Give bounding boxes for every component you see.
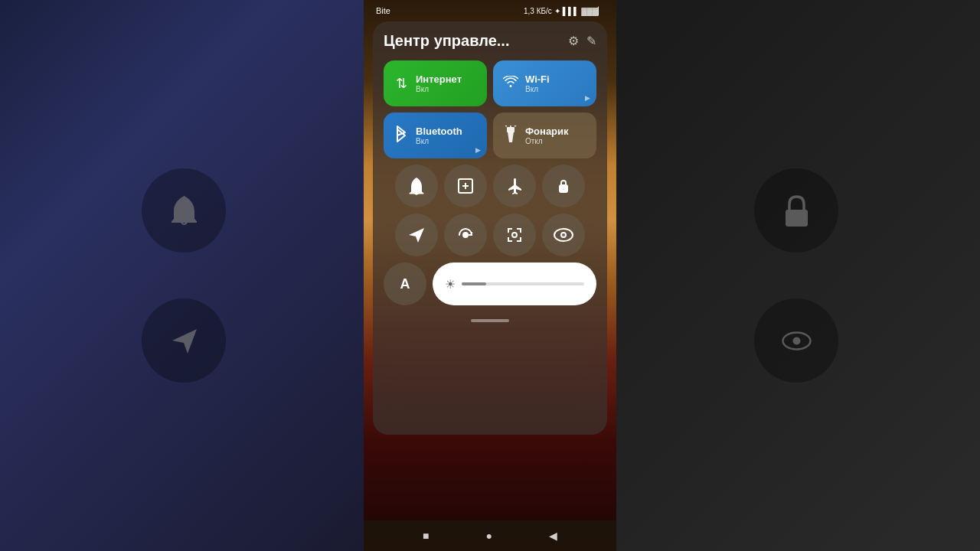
flashlight-label: Фонарик bbox=[525, 126, 569, 137]
airplane-button[interactable] bbox=[493, 165, 536, 207]
bg-location-circle bbox=[142, 298, 226, 383]
settings-icon[interactable]: ⚙ bbox=[568, 34, 579, 48]
flashlight-toggle[interactable]: Фонарик Откл bbox=[493, 112, 596, 158]
bottom-nav: ■ ● ◀ bbox=[364, 520, 616, 551]
svg-rect-0 bbox=[786, 210, 808, 227]
home-button[interactable]: ● bbox=[485, 530, 492, 542]
svg-line-6 bbox=[505, 126, 507, 126]
bluetooth-icon bbox=[393, 126, 410, 146]
wifi-toggle[interactable]: Wi-Fi Вкл ▶ bbox=[493, 60, 596, 106]
status-right: 1,3 КБ/с ✦ ▌▌▌ ▓▓▓▏ bbox=[524, 7, 604, 15]
wifi-label: Wi-Fi bbox=[525, 73, 550, 85]
phone-frame: Bite 1,3 КБ/с ✦ ▌▌▌ ▓▓▓▏ Центр управле..… bbox=[364, 0, 616, 551]
brightness-icon: ☀ bbox=[445, 277, 456, 292]
svg-marker-3 bbox=[508, 132, 514, 142]
bg-bell-circle bbox=[142, 168, 226, 253]
bg-eye-circle bbox=[754, 298, 838, 383]
auto-rotate-button[interactable] bbox=[444, 214, 487, 256]
location-button[interactable] bbox=[395, 214, 438, 256]
cc-header: Центр управле... ⚙ ✎ bbox=[384, 32, 596, 50]
expand-button[interactable] bbox=[493, 214, 536, 256]
bluetooth-status: Вкл bbox=[416, 137, 462, 145]
carrier-label: Bite bbox=[376, 6, 390, 15]
svg-point-14 bbox=[512, 233, 517, 237]
screenshot-button[interactable] bbox=[444, 165, 487, 207]
back-button[interactable]: ◀ bbox=[549, 530, 557, 542]
cc-header-icons: ⚙ ✎ bbox=[568, 34, 596, 48]
signal-icon: ▌▌▌ bbox=[563, 7, 579, 15]
bg-lock-circle bbox=[754, 168, 838, 253]
bt-icon: ✦ bbox=[554, 7, 560, 15]
bg-panel-right bbox=[612, 0, 980, 551]
speed-label: 1,3 КБ/с bbox=[524, 7, 552, 15]
recents-button[interactable]: ■ bbox=[423, 530, 429, 542]
brightness-bar[interactable]: ☀ bbox=[433, 262, 596, 305]
bg-panel-left bbox=[0, 0, 368, 551]
status-bar: Bite 1,3 КБ/с ✦ ▌▌▌ ▓▓▓▏ bbox=[364, 0, 616, 18]
brightness-track bbox=[462, 282, 584, 285]
internet-status: Вкл bbox=[416, 85, 462, 93]
circle-row-1 bbox=[384, 165, 596, 207]
bottom-row: A ☀ bbox=[384, 262, 596, 305]
brightness-fill bbox=[462, 282, 486, 285]
internet-icon: ⇅ bbox=[393, 75, 410, 92]
battery-icon: ▓▓▓▏ bbox=[581, 7, 604, 15]
internet-label: Интернет bbox=[416, 73, 462, 85]
internet-toggle[interactable]: ⇅ Интернет Вкл bbox=[384, 60, 487, 106]
circle-row-2 bbox=[384, 214, 596, 256]
home-indicator bbox=[471, 319, 509, 322]
cc-title: Центр управле... bbox=[384, 32, 509, 50]
lock-rotation-button[interactable] bbox=[542, 165, 585, 207]
wifi-icon bbox=[502, 76, 519, 92]
svg-point-2 bbox=[792, 337, 800, 344]
toggle-row-1: ⇅ Интернет Вкл Wi-Fi Вкл bbox=[384, 60, 596, 106]
bluetooth-label: Bluetooth bbox=[416, 126, 462, 137]
home-indicator-area bbox=[384, 313, 596, 327]
svg-point-17 bbox=[562, 233, 565, 236]
bluetooth-arrow: ▶ bbox=[475, 146, 481, 154]
svg-line-7 bbox=[514, 126, 516, 126]
edit-icon[interactable]: ✎ bbox=[586, 34, 596, 48]
flashlight-icon bbox=[502, 126, 519, 146]
wifi-status: Вкл bbox=[525, 85, 550, 93]
flashlight-status: Откл bbox=[525, 137, 569, 145]
wifi-arrow: ▶ bbox=[585, 94, 590, 102]
svg-point-12 bbox=[563, 188, 565, 191]
bluetooth-toggle[interactable]: Bluetooth Вкл ▶ bbox=[384, 112, 487, 158]
svg-rect-4 bbox=[507, 127, 514, 132]
font-button[interactable]: A bbox=[384, 262, 426, 305]
toggle-row-2: Bluetooth Вкл ▶ Фонарик О bbox=[384, 112, 596, 158]
svg-point-13 bbox=[463, 233, 468, 237]
control-panel: Центр управле... ⚙ ✎ ⇅ Интернет Вкл bbox=[373, 21, 607, 435]
bell-button[interactable] bbox=[395, 165, 438, 207]
eye-button[interactable] bbox=[542, 214, 585, 256]
